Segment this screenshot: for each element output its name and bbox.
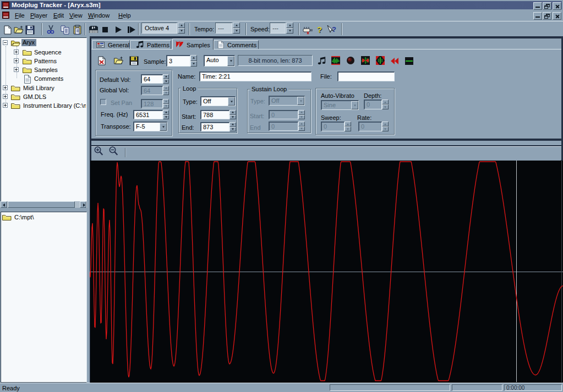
svg-text:?: ?: [332, 25, 336, 34]
